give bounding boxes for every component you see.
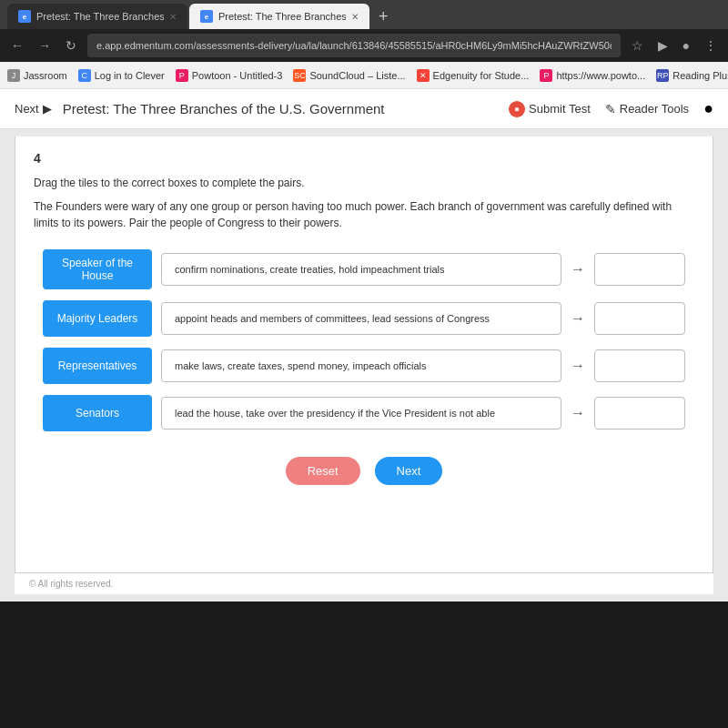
content-wrapper: 4 Drag the tiles to the correct boxes to… [0,129,728,602]
clever-icon: C [78,69,91,82]
menu-button[interactable]: ⋮ [701,36,721,55]
label-tile-senators-text: Senators [76,407,119,420]
action-buttons: Reset Next [34,457,694,485]
bookmark-powto[interactable]: P https://www.powto... [540,69,645,82]
matching-area: Speaker of the House confirm nominations… [34,249,694,431]
label-tile-senators[interactable]: Senators [43,395,152,431]
browser-frame: e Pretest: The Three Branches of th ✕ e … [0,0,728,89]
label-tile-speaker[interactable]: Speaker of the House [43,249,152,289]
bookmark-classroom-label: Jassroom [24,70,67,81]
tab-close-1[interactable]: ✕ [169,12,177,22]
drop-box-1[interactable] [594,253,685,286]
description-box-1: confirm nominations, create treaties, ho… [161,253,561,286]
description-text-1: confirm nominations, create treaties, ho… [175,264,445,275]
question-number: 4 [34,151,694,166]
page-title: Pretest: The Three Branches of the U.S. … [63,101,385,116]
label-tile-majority[interactable]: Majority Leaders [43,300,152,337]
edgenuity-icon: ✕ [417,69,430,82]
submit-test-label: Submit Test [529,102,591,116]
tab-bar: e Pretest: The Three Branches of th ✕ e … [0,0,728,29]
label-tile-representatives[interactable]: Representatives [43,348,152,384]
main-content: 4 Drag the tiles to the correct boxes to… [15,136,713,573]
tab-close-2[interactable]: ✕ [351,12,359,22]
description-text-4: lead the house, take over the presidency… [175,408,495,419]
address-bar: ← → ↻ ☆ ▶ ● ⋮ [0,29,728,62]
tab-favicon-2: e [200,10,213,23]
bookmark-soundcloud[interactable]: SC SoundCloud – Liste... [293,69,405,82]
drop-box-3[interactable] [594,349,685,382]
bookmark-edgenuity[interactable]: ✕ Edgenuity for Stude... [417,69,530,82]
drop-box-4[interactable] [594,397,685,430]
reader-tools-button[interactable]: ✎ Reader Tools [605,102,689,116]
bookmark-powtoon[interactable]: P Powtoon - Untitled-3 [176,69,283,82]
description-text-2: appoint heads and members of committees,… [175,313,490,324]
description-text-3: make laws, create taxes, spend money, im… [175,360,427,371]
add-tab-button[interactable]: + [371,4,396,29]
bookmark-powtoon-label: Powtoon - Untitled-3 [192,70,283,81]
bookmark-reading-plus-label: Reading Plus | Ada... [672,70,728,81]
next-nav-label: Next [15,102,39,116]
footer-text: © All rights reserved. [29,579,113,589]
description-box-3: make laws, create taxes, spend money, im… [161,349,561,382]
next-nav-icon: ▶ [43,102,52,116]
footer: © All rights reserved. [15,573,713,594]
extensions-button[interactable]: ▶ [654,36,672,55]
bookmark-star[interactable]: ☆ [628,36,647,55]
next-button[interactable]: Next [375,457,443,485]
question-instruction: Drag the tiles to the correct boxes to c… [34,177,694,189]
tab-label-2: Pretest: The Three Branches of th [218,11,346,22]
arrow-4: → [571,405,585,421]
user-icon[interactable]: ● [703,99,713,118]
app-header: Next ▶ Pretest: The Three Branches of th… [0,89,728,129]
tab-active[interactable]: e Pretest: The Three Branches of th ✕ [189,4,369,29]
matching-row-3: Representatives make laws, create taxes,… [43,348,685,384]
tab-inactive[interactable]: e Pretest: The Three Branches of th ✕ [7,4,187,29]
bookmark-clever[interactable]: C Log in to Clever [78,69,165,82]
next-nav-button[interactable]: Next ▶ [15,102,52,116]
label-tile-speaker-text: Speaker of the House [54,257,141,282]
powtoon-icon: P [176,69,188,82]
tab-favicon-1: e [18,10,31,23]
submit-test-button[interactable]: ● Submit Test [509,101,591,117]
reading-plus-icon: RP [656,69,669,82]
matching-row-1: Speaker of the House confirm nominations… [43,249,685,289]
question-passage: The Founders were wary of any one group … [34,198,694,231]
header-right: ● Submit Test ✎ Reader Tools ● [509,99,713,118]
matching-row-4: Senators lead the house, take over the p… [43,395,685,431]
bookmark-clever-label: Log in to Clever [95,70,165,81]
bookmark-soundcloud-label: SoundCloud – Liste... [309,70,405,81]
bookmark-reading-plus[interactable]: RP Reading Plus | Ada... [656,69,728,82]
bookmark-powto-label: https://www.powto... [556,70,645,81]
bookmark-edgenuity-label: Edgenuity for Stude... [433,70,530,81]
soundcloud-icon: SC [293,69,306,82]
label-tile-representatives-text: Representatives [58,359,137,372]
classroom-icon: J [7,69,20,82]
powto-icon: P [540,69,552,82]
reader-tools-label: Reader Tools [620,102,689,116]
reset-button[interactable]: Reset [286,457,360,485]
matching-row-2: Majority Leaders appoint heads and membe… [43,300,685,337]
tab-label-1: Pretest: The Three Branches of th [36,11,164,22]
arrow-2: → [571,310,585,327]
forward-button[interactable]: → [35,36,55,55]
address-input[interactable] [87,34,621,57]
refresh-button[interactable]: ↻ [62,36,80,55]
bookmarks-bar: J Jassroom C Log in to Clever P Powtoon … [0,62,728,89]
pencil-icon: ✎ [605,102,616,116]
arrow-1: → [571,261,585,278]
drop-box-2[interactable] [594,302,685,335]
profile-button[interactable]: ● [679,36,693,55]
description-box-4: lead the house, take over the presidency… [161,397,561,430]
submit-circle-icon: ● [509,101,525,117]
label-tile-majority-text: Majority Leaders [57,312,138,325]
bookmark-classroom[interactable]: J Jassroom [7,69,67,82]
description-box-2: appoint heads and members of committees,… [161,302,561,335]
arrow-3: → [571,358,585,374]
header-left: Next ▶ Pretest: The Three Branches of th… [15,101,385,116]
back-button[interactable]: ← [7,36,27,55]
